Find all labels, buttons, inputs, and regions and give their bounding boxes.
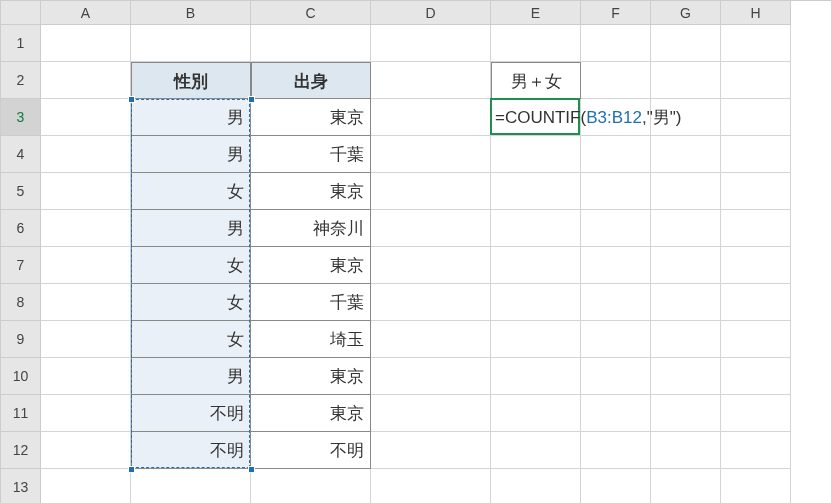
cell-C7[interactable]: 東京 bbox=[251, 247, 371, 284]
cell-A3[interactable] bbox=[41, 99, 131, 136]
cell-D4[interactable] bbox=[371, 136, 491, 173]
row-header-1[interactable]: 1 bbox=[1, 25, 41, 62]
cell-D8[interactable] bbox=[371, 284, 491, 321]
cell-B2[interactable]: 性別 bbox=[131, 62, 251, 99]
cell-F11[interactable] bbox=[581, 395, 651, 432]
cell-G5[interactable] bbox=[651, 173, 721, 210]
row-header-4[interactable]: 4 bbox=[1, 136, 41, 173]
cell-E12[interactable] bbox=[491, 432, 581, 469]
cell-F1[interactable] bbox=[581, 25, 651, 62]
cell-C1[interactable] bbox=[251, 25, 371, 62]
range-handle[interactable] bbox=[128, 96, 135, 103]
cell-E3[interactable] bbox=[491, 99, 581, 136]
cell-G7[interactable] bbox=[651, 247, 721, 284]
cell-F6[interactable] bbox=[581, 210, 651, 247]
column-header-E[interactable]: E bbox=[491, 1, 581, 25]
cell-C2[interactable]: 出身 bbox=[251, 62, 371, 99]
cell-G1[interactable] bbox=[651, 25, 721, 62]
cell-D10[interactable] bbox=[371, 358, 491, 395]
cell-B3[interactable]: 男 bbox=[131, 99, 251, 136]
cell-E10[interactable] bbox=[491, 358, 581, 395]
range-handle[interactable] bbox=[128, 466, 135, 473]
cell-D5[interactable] bbox=[371, 173, 491, 210]
cell-A7[interactable] bbox=[41, 247, 131, 284]
row-header-7[interactable]: 7 bbox=[1, 247, 41, 284]
cell-H2[interactable] bbox=[721, 62, 791, 99]
row-header-9[interactable]: 9 bbox=[1, 321, 41, 358]
cell-H11[interactable] bbox=[721, 395, 791, 432]
cell-G2[interactable] bbox=[651, 62, 721, 99]
cell-F9[interactable] bbox=[581, 321, 651, 358]
cell-H5[interactable] bbox=[721, 173, 791, 210]
cell-G8[interactable] bbox=[651, 284, 721, 321]
cell-F5[interactable] bbox=[581, 173, 651, 210]
cell-G12[interactable] bbox=[651, 432, 721, 469]
cell-H13[interactable] bbox=[721, 469, 791, 503]
select-all-corner[interactable] bbox=[1, 1, 41, 25]
cell-F3[interactable] bbox=[581, 99, 651, 136]
cell-G9[interactable] bbox=[651, 321, 721, 358]
cell-H4[interactable] bbox=[721, 136, 791, 173]
cell-B7[interactable]: 女 bbox=[131, 247, 251, 284]
cell-D7[interactable] bbox=[371, 247, 491, 284]
column-header-B[interactable]: B bbox=[131, 1, 251, 25]
row-header-12[interactable]: 12 bbox=[1, 432, 41, 469]
cell-H9[interactable] bbox=[721, 321, 791, 358]
cell-D2[interactable] bbox=[371, 62, 491, 99]
cell-A11[interactable] bbox=[41, 395, 131, 432]
cell-A4[interactable] bbox=[41, 136, 131, 173]
cell-A1[interactable] bbox=[41, 25, 131, 62]
column-header-H[interactable]: H bbox=[721, 1, 791, 25]
cell-B6[interactable]: 男 bbox=[131, 210, 251, 247]
cell-D11[interactable] bbox=[371, 395, 491, 432]
cell-C9[interactable]: 埼玉 bbox=[251, 321, 371, 358]
cell-B10[interactable]: 男 bbox=[131, 358, 251, 395]
cell-A2[interactable] bbox=[41, 62, 131, 99]
column-header-A[interactable]: A bbox=[41, 1, 131, 25]
cell-G13[interactable] bbox=[651, 469, 721, 503]
cell-E13[interactable] bbox=[491, 469, 581, 503]
cell-E4[interactable] bbox=[491, 136, 581, 173]
cell-E2[interactable]: 男＋女 bbox=[491, 62, 581, 99]
cell-D1[interactable] bbox=[371, 25, 491, 62]
row-header-5[interactable]: 5 bbox=[1, 173, 41, 210]
column-header-G[interactable]: G bbox=[651, 1, 721, 25]
cell-C6[interactable]: 神奈川 bbox=[251, 210, 371, 247]
cell-B8[interactable]: 女 bbox=[131, 284, 251, 321]
cell-D6[interactable] bbox=[371, 210, 491, 247]
cell-D13[interactable] bbox=[371, 469, 491, 503]
cell-G6[interactable] bbox=[651, 210, 721, 247]
range-handle[interactable] bbox=[248, 466, 255, 473]
cell-H6[interactable] bbox=[721, 210, 791, 247]
cell-F4[interactable] bbox=[581, 136, 651, 173]
cell-A6[interactable] bbox=[41, 210, 131, 247]
column-header-D[interactable]: D bbox=[371, 1, 491, 25]
cell-F10[interactable] bbox=[581, 358, 651, 395]
cell-B1[interactable] bbox=[131, 25, 251, 62]
cell-F13[interactable] bbox=[581, 469, 651, 503]
cell-F2[interactable] bbox=[581, 62, 651, 99]
cell-C4[interactable]: 千葉 bbox=[251, 136, 371, 173]
cell-C3[interactable]: 東京 bbox=[251, 99, 371, 136]
row-header-13[interactable]: 13 bbox=[1, 469, 41, 503]
cell-C10[interactable]: 東京 bbox=[251, 358, 371, 395]
cell-G3[interactable] bbox=[651, 99, 721, 136]
cell-C13[interactable] bbox=[251, 469, 371, 503]
cell-D12[interactable] bbox=[371, 432, 491, 469]
cell-C12[interactable]: 不明 bbox=[251, 432, 371, 469]
cell-H10[interactable] bbox=[721, 358, 791, 395]
cell-A8[interactable] bbox=[41, 284, 131, 321]
cell-E6[interactable] bbox=[491, 210, 581, 247]
cell-A13[interactable] bbox=[41, 469, 131, 503]
cell-E9[interactable] bbox=[491, 321, 581, 358]
cell-H1[interactable] bbox=[721, 25, 791, 62]
cell-G4[interactable] bbox=[651, 136, 721, 173]
spreadsheet[interactable]: ABCDEFGH 12性別出身男＋女3男東京4男千葉5女東京6男神奈川7女東京8… bbox=[0, 0, 831, 503]
cell-B9[interactable]: 女 bbox=[131, 321, 251, 358]
cell-B12[interactable]: 不明 bbox=[131, 432, 251, 469]
cell-A10[interactable] bbox=[41, 358, 131, 395]
cell-H7[interactable] bbox=[721, 247, 791, 284]
cell-D3[interactable] bbox=[371, 99, 491, 136]
cell-E5[interactable] bbox=[491, 173, 581, 210]
cell-H12[interactable] bbox=[721, 432, 791, 469]
